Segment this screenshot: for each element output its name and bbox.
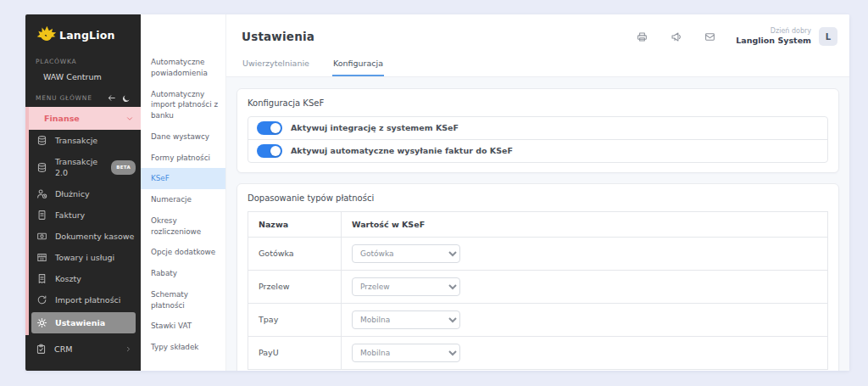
ksef-value-select[interactable]: Mobilna [352,344,460,362]
settings-nav-item[interactable]: Schematy płatności [141,284,225,316]
facility-name: WAW Centrum [43,72,102,81]
settings-nav-item[interactable]: Automatyczny import płatności z banku [141,84,225,126]
settings-nav-item[interactable]: Typy składek [141,337,225,358]
mail-icon[interactable] [704,31,715,42]
settings-nav-label: Formy płatności [151,154,210,162]
settings-nav-label: Typy składek [151,343,198,351]
topbar: Ustawienia Dzień dobry Langlion System L [226,14,849,50]
settings-nav-item[interactable]: Formy płatności [141,148,225,169]
sidebar-item[interactable]: Faktury [29,204,141,226]
sidebar-item-label: Transakcje 2.0 [55,156,103,178]
sidebar-item[interactable]: Koszty [29,268,141,289]
tab[interactable]: Uwierzytelnianie [242,52,310,76]
settings-nav-item[interactable]: Okresy rozliczeniowe [141,210,225,243]
clipboard-icon [36,344,47,355]
sidebar-item[interactable]: CRM [25,337,141,361]
page-title: Ustawienia [242,30,314,43]
sidebar-item-label: Import płatności [55,294,120,305]
sidebar-item-finanse[interactable]: Finanse [29,107,141,130]
facility-label: PLACÓWKA [25,52,141,68]
user-name: Langlion System [736,36,811,46]
sidebar-item[interactable]: Ustawienia [31,312,136,333]
moon-icon[interactable] [122,94,131,103]
payment-mapping-table: Nazwa Wartość w KSeF Gotówka Gotówka [248,211,828,370]
main-menu-label: MENU GŁÓWNE [36,94,92,102]
settings-nav-item[interactable]: Automatyczne powiadomienia [141,52,225,84]
finance-section: Finanse Transakcje Transakcje 2.0 BETA D… [25,107,141,335]
settings-nav-item[interactable]: Rabaty [141,263,225,284]
brand-name: LangLion [59,29,115,42]
sidebar-item[interactable]: Transakcje 2.0 BETA [29,151,141,183]
tab[interactable]: Konfiguracja [332,52,384,76]
sidebar-item-label: Koszty [55,273,81,284]
goods-icon [36,252,47,263]
sidebar-item-label: Dokumenty kasowe [55,231,134,242]
ksef-value-select[interactable]: Gotówka [352,244,460,263]
table-row: Przelew Przelew [248,270,828,303]
invoice-icon [36,210,47,221]
toggle-label: Aktywuj integrację z systemem KSeF [291,123,459,132]
langlion-logo: LangLion [25,14,141,52]
avatar[interactable]: L [819,27,837,46]
settings-nav-label: Stawki VAT [151,322,192,330]
coins-icon [36,135,47,146]
main-area: Ustawienia Dzień dobry Langlion System L… [226,14,849,371]
table-row: Gotówka Gotówka [248,237,828,270]
toggle-knob [270,146,281,156]
panel-title: Dopasowanie typów płatności [248,193,828,203]
app-window: LangLion PLACÓWKA WAW Centrum MENU GŁÓWN… [25,14,849,371]
arrow-left-icon[interactable] [107,93,116,103]
sidebar-item[interactable]: Dokumenty kasowe [29,226,141,247]
beta-badge: BETA [111,160,136,175]
toggle-row: Aktywuj integrację z systemem KSeF [248,117,827,139]
sidebar-item-label: Towary i usługi [55,252,114,263]
toggle-knob [270,123,281,133]
settings-nav-item[interactable]: Numeracje [141,189,225,210]
sidebar-item-label: Dłużnicy [55,188,90,199]
ksef-value-select[interactable]: Mobilna [352,310,460,329]
sidebar-item-label: Faktury [55,210,85,221]
settings-nav-item[interactable]: KSeF [141,168,225,189]
coins-icon [36,162,47,173]
sidebar-item[interactable]: Transakcje [29,130,141,151]
costs-icon [36,273,47,284]
settings-nav-item[interactable]: Opcje dodatkowe [141,242,225,263]
settings-nav-item[interactable]: Dane wystawcy [141,126,225,148]
main-sidebar: LangLion PLACÓWKA WAW Centrum MENU GŁÓWN… [25,14,141,371]
gear-icon [36,317,47,328]
finanse-label: Finanse [44,114,80,123]
chevron-down-icon [125,115,134,123]
settings-nav-item[interactable]: Stawki VAT [141,316,225,337]
payment-name: Tpay [248,303,342,336]
greeting-text: Dzień dobry [736,27,811,36]
toggle-switch[interactable] [257,144,282,158]
settings-nav-label: Opcje dodatkowe [151,248,215,256]
payment-mapping-panel: Dopasowanie typów płatności Nazwa Wartoś… [236,183,839,371]
settings-nav-label: Schematy płatności [151,290,188,310]
debtor-icon [36,188,47,199]
settings-nav-label: Automatyczne powiadomienia [151,58,208,77]
greeting: Dzień dobry Langlion System [736,27,811,47]
ksef-config-panel: Konfiguracja KSeF Aktywuj integrację z s… [236,88,839,173]
sidebar-item-waw-centrum[interactable]: WAW Centrum [25,68,141,86]
printer-icon[interactable] [637,31,648,42]
table-row: Tpay Mobilna [248,303,828,336]
sidebar-item[interactable]: Towary i usługi [29,247,141,268]
settings-nav-label: Automatyczny import płatności z banku [151,90,218,120]
toggle-row: Aktywuj automatyczne wysyłanie faktur do… [248,139,827,162]
toggle-list: Aktywuj integrację z systemem KSeF Aktyw… [248,116,828,163]
sidebar-item[interactable]: Rejestracja [25,363,141,371]
chevron-right-icon [125,345,132,353]
sidebar-item[interactable]: Import płatności [29,289,141,310]
sidebar-item[interactable]: Dłużnicy [29,183,141,204]
toggle-switch[interactable] [257,121,282,135]
cash-doc-icon [36,231,47,242]
table-row: PayU Mobilna [248,336,828,369]
ksef-value-select[interactable]: Przelew [352,277,460,296]
settings-nav-label: Numeracje [151,195,192,204]
tab-label: Konfiguracja [333,59,383,68]
panel-title: Konfiguracja KSeF [248,98,828,108]
settings-subnav: Automatyczne powiadomienia Automatyczny … [141,14,226,371]
settings-nav-label: Okresy rozliczeniowe [151,216,201,236]
megaphone-icon[interactable] [670,31,682,42]
